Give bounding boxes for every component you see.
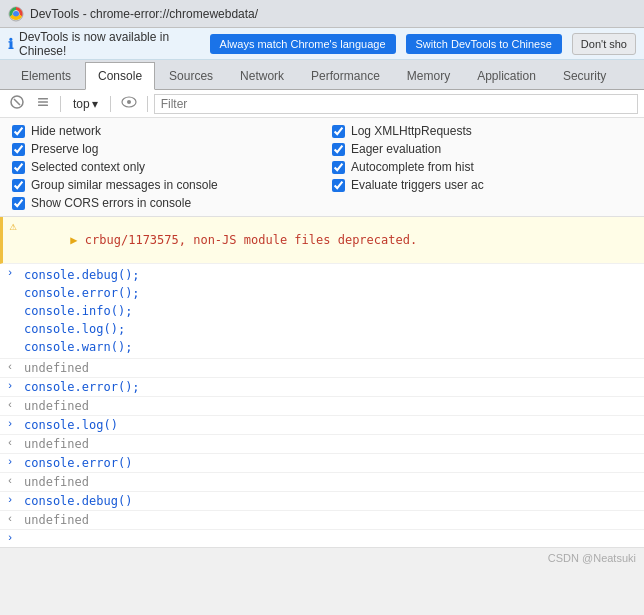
title-bar: DevTools - chrome-error://chromewebdata/ [0, 0, 644, 28]
warning-icon: ⚠ [3, 218, 23, 234]
log-xmlhttp-checkbox[interactable]: Log XMLHttpRequests [332, 124, 632, 138]
result-arrow-icon-5: ‹ [0, 512, 20, 525]
group-similar-checkbox[interactable]: Group similar messages in console [12, 178, 312, 192]
toolbar-divider-2 [110, 96, 111, 112]
toggle-settings-button[interactable] [32, 93, 54, 114]
result-undefined-4: undefined [20, 474, 644, 490]
dont-show-button[interactable]: Don't sho [572, 33, 636, 55]
console-row-input-2: › console.error(); [0, 378, 644, 397]
toolbar-divider [60, 96, 61, 112]
autocomplete-checkbox[interactable]: Autocomplete from hist [332, 160, 632, 174]
clear-console-button[interactable] [6, 93, 28, 114]
tab-sources[interactable]: Sources [156, 62, 226, 89]
console-row-input-5: › console.debug() [0, 492, 644, 511]
eye-icon [121, 96, 137, 108]
input-arrow-icon: › [0, 266, 20, 279]
console-input-3[interactable]: console.log() [20, 417, 644, 433]
eager-eval-checkbox[interactable]: Eager evaluation [332, 142, 632, 156]
console-row-input-3: › console.log() [0, 416, 644, 435]
input-arrow-icon-5: › [0, 493, 20, 506]
console-row-result-1: ‹ undefined [0, 359, 644, 378]
tab-bar: Elements Console Sources Network Perform… [0, 60, 644, 90]
console-input-2[interactable]: console.error(); [20, 379, 644, 395]
evaluate-triggers-checkbox[interactable]: Evaluate triggers user ac [332, 178, 632, 192]
console-row-result-3: ‹ undefined [0, 435, 644, 454]
switch-devtools-button[interactable]: Switch DevTools to Chinese [406, 34, 562, 54]
console-row-result-5: ‹ undefined [0, 511, 644, 530]
hide-network-checkbox[interactable]: Hide network [12, 124, 312, 138]
window-title: DevTools - chrome-error://chromewebdata/ [30, 7, 258, 21]
svg-rect-6 [38, 105, 48, 107]
show-cors-checkbox[interactable]: Show CORS errors in console [12, 196, 312, 210]
svg-rect-4 [38, 98, 48, 100]
console-input-1[interactable]: console.debug();console.error();console.… [20, 265, 644, 357]
chevron-down-icon: ▾ [92, 97, 98, 111]
console-row-result-4: ‹ undefined [0, 473, 644, 492]
filter-input[interactable] [154, 94, 638, 114]
result-arrow-icon-4: ‹ [0, 474, 20, 487]
info-icon: ℹ [8, 36, 13, 52]
input-arrow-icon-2: › [0, 379, 20, 392]
result-arrow-icon-3: ‹ [0, 436, 20, 449]
result-undefined-3: undefined [20, 436, 644, 452]
input-arrow-icon-3: › [0, 417, 20, 430]
settings-icon [36, 95, 50, 109]
warning-message: ▶ crbug/1173575, non-JS module files dep… [23, 218, 644, 262]
console-row-warning: ⚠ ▶ crbug/1173575, non-JS module files d… [0, 217, 644, 264]
console-prompt[interactable] [20, 531, 644, 547]
tab-console[interactable]: Console [85, 62, 155, 90]
clear-icon [10, 95, 24, 109]
console-input-5[interactable]: console.debug() [20, 493, 644, 509]
console-prompt-row[interactable]: › [0, 530, 644, 547]
console-output: ⚠ ▶ crbug/1173575, non-JS module files d… [0, 217, 644, 547]
tab-network[interactable]: Network [227, 62, 297, 89]
toolbar-divider-3 [147, 96, 148, 112]
info-bar: ℹ DevTools is now available in Chinese! … [0, 28, 644, 60]
input-arrow-icon-4: › [0, 455, 20, 468]
preserve-log-checkbox[interactable]: Preserve log [12, 142, 312, 156]
svg-rect-5 [38, 101, 48, 103]
prompt-arrow-icon: › [0, 531, 20, 544]
svg-line-3 [14, 99, 20, 105]
info-bar-text: DevTools is now available in Chinese! [19, 30, 204, 58]
bottom-bar: CSDN @Neatsuki [0, 547, 644, 567]
match-language-button[interactable]: Always match Chrome's language [210, 34, 396, 54]
settings-panel: Hide network Preserve log Selected conte… [0, 118, 644, 217]
log-level-selector[interactable]: top ▾ [67, 95, 104, 113]
console-toolbar: top ▾ [0, 90, 644, 118]
result-undefined-1: undefined [20, 360, 644, 376]
watermark-text: CSDN @Neatsuki [548, 552, 636, 564]
eye-icon-button[interactable] [117, 94, 141, 113]
console-row-result-2: ‹ undefined [0, 397, 644, 416]
tab-memory[interactable]: Memory [394, 62, 463, 89]
console-input-4[interactable]: console.error() [20, 455, 644, 471]
result-undefined-5: undefined [20, 512, 644, 528]
settings-left-col: Hide network Preserve log Selected conte… [12, 124, 312, 210]
console-row-input-4: › console.error() [0, 454, 644, 473]
result-arrow-icon: ‹ [0, 360, 20, 373]
result-undefined-2: undefined [20, 398, 644, 414]
tab-elements[interactable]: Elements [8, 62, 84, 89]
result-arrow-icon-2: ‹ [0, 398, 20, 411]
tab-security[interactable]: Security [550, 62, 619, 89]
tab-performance[interactable]: Performance [298, 62, 393, 89]
tab-application[interactable]: Application [464, 62, 549, 89]
selected-context-checkbox[interactable]: Selected context only [12, 160, 312, 174]
chrome-logo-icon [8, 6, 24, 22]
settings-right-col: Log XMLHttpRequests Eager evaluation Aut… [312, 124, 632, 210]
svg-point-8 [127, 100, 131, 104]
console-row-input-1: › console.debug();console.error();consol… [0, 264, 644, 359]
